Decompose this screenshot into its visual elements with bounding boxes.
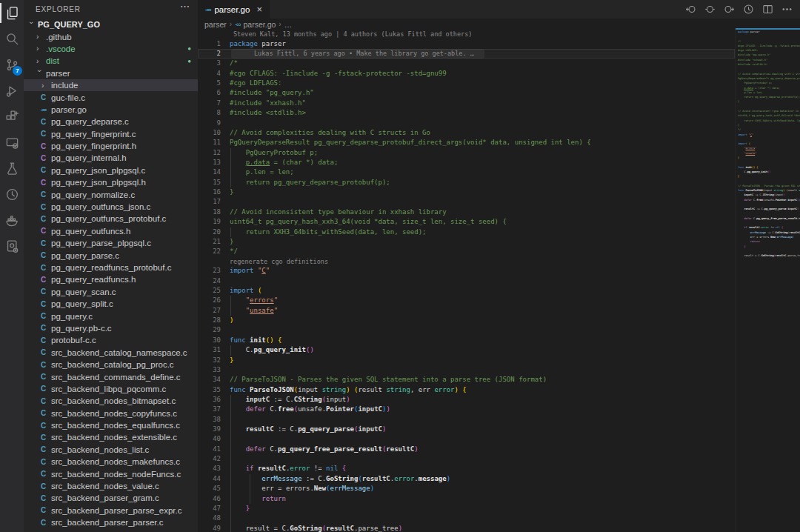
git-blame-codelens[interactable]: Steven Kalt, 13 months ago | 4 authors (… — [198, 30, 735, 39]
c-file-icon: C — [39, 385, 48, 393]
activity-run-debug-icon[interactable] — [0, 78, 24, 104]
tree-item-protobuf-c-c[interactable]: Cprotobuf-c.c — [24, 334, 198, 346]
minimap[interactable]: package parser/*#cgo CFLAGS: -Iinclude -… — [735, 28, 800, 532]
tree-item-pg-query-split-c[interactable]: Cpg_query_split.c — [24, 298, 198, 310]
tree-item-src-backend-nodes-list-c[interactable]: Csrc_backend_nodes_list.c — [24, 444, 198, 456]
tree-item-label: pg_query_scan.c — [51, 287, 116, 296]
chevron-right-icon: › — [36, 33, 43, 41]
tree-item-dist[interactable]: ›dist● — [24, 55, 198, 67]
tree-item-pg-query-outfuncs-json-c[interactable]: Cpg_query_outfuncs_json.c — [24, 201, 198, 213]
gutter-change-icon[interactable] — [704, 4, 716, 15]
c-file-icon: C — [39, 264, 48, 272]
tree-item-pg-query-deparse-c[interactable]: Cpg_query_deparse.c — [24, 116, 198, 127]
breadcrumb-symbol[interactable]: … — [284, 20, 293, 29]
tree-item-src-backend-nodes-value-c[interactable]: Csrc_backend_nodes_value.c — [24, 480, 198, 492]
code-line-25: 25import ( — [198, 286, 735, 296]
tree-item-pg-query-parse-plpgsql-c[interactable]: Cpg_query_parse_plpgsql.c — [24, 237, 198, 249]
tree-item-label: pg_query_normalize.c — [51, 190, 135, 199]
code-line-23: 23import "C" — [198, 266, 735, 276]
tree-item-parser[interactable]: ›parser — [24, 67, 198, 79]
chevron-down-icon: › — [27, 21, 36, 28]
code-editor[interactable]: Steven Kalt, 13 months ago | 4 authors (… — [198, 30, 735, 532]
tree-item-label: src_backend_parser_parse_expr.c — [51, 506, 181, 515]
tree-item-label: pg_query.c — [51, 312, 93, 321]
tree-item-pg-query-outfuncs-h[interactable]: Cpg_query_outfuncs.h — [24, 225, 198, 237]
c-file-icon: C — [39, 422, 48, 430]
line-number: 32 — [198, 356, 221, 365]
tree-item-src-backend-nodes-equalfuncs-c[interactable]: Csrc_backend_nodes_equalfuncs.c — [24, 419, 198, 431]
split-editor-icon[interactable] — [762, 4, 773, 15]
tab-parser-go[interactable]: -∞ parser.go × — [198, 0, 270, 19]
activity-file-settings-icon[interactable] — [0, 233, 24, 259]
tree-item-label: pg_query_deparse.c — [51, 117, 129, 126]
tree-item--vscode[interactable]: ›.vscode● — [24, 43, 198, 55]
tree-item-pg-query-fingerprint-h[interactable]: Cpg_query_fingerprint.h — [24, 140, 198, 152]
tree-item-pg-query-json-plpgsql-c[interactable]: Cpg_query_json_plpgsql.c — [24, 164, 198, 176]
tree-item-src-backend-nodes-bitmapset-c[interactable]: Csrc_backend_nodes_bitmapset.c — [24, 395, 198, 407]
activity-testing-icon[interactable] — [0, 156, 24, 182]
c-file-icon: C — [39, 506, 48, 514]
regenerate-cgo-codelens[interactable]: regenerate cgo definitions — [198, 257, 735, 267]
tree-item--github[interactable]: ›.github — [24, 30, 198, 42]
line-number: 10 — [198, 128, 221, 138]
c-header-file-icon: C — [39, 142, 48, 150]
tree-item-pg-query-json-plpgsql-h[interactable]: Cpg_query_json_plpgsql.h — [24, 176, 198, 188]
activity-explorer-icon[interactable] — [0, 0, 24, 26]
tab-close-icon[interactable]: × — [256, 4, 262, 15]
tree-item-include[interactable]: ›include — [24, 79, 198, 91]
tree-item-pg-query-internal-h[interactable]: Cpg_query_internal.h — [24, 152, 198, 164]
tree-item-pg-query-fingerprint-c[interactable]: Cpg_query_fingerprint.c — [24, 128, 198, 140]
tree-item-pg-query-outfuncs-protobuf-c[interactable]: Cpg_query_outfuncs_protobuf.c — [24, 213, 198, 225]
activity-file-history-icon[interactable] — [0, 182, 24, 207]
tree-item-src-backend-parser-parser-c[interactable]: Csrc_backend_parser_parser.c — [24, 516, 198, 528]
next-change-icon[interactable] — [724, 4, 735, 15]
tree-item-guc-file-c[interactable]: Cguc-file.c — [24, 91, 198, 103]
tree-item-src-backend-nodes-nodefuncs-c[interactable]: Csrc_backend_nodes_nodeFuncs.c — [24, 468, 198, 479]
activity-source-control-icon[interactable]: 7 — [0, 52, 24, 78]
tree-item-pg-query-parse-c[interactable]: Cpg_query_parse.c — [24, 249, 198, 261]
c-header-file-icon: C — [39, 179, 48, 187]
activity-remote-explorer-icon[interactable] — [0, 130, 24, 156]
code-line-13: 13 p.data = (char *) data; — [198, 158, 735, 167]
activity-extensions-icon[interactable] — [0, 104, 24, 130]
code-line-33: 33 — [198, 365, 735, 375]
activity-search-icon[interactable] — [0, 26, 24, 52]
previous-change-icon[interactable] — [685, 4, 696, 15]
tree-item-pg-query-c[interactable]: Cpg_query.c — [24, 310, 198, 322]
tree-item-pg-query-readfuncs-h[interactable]: Cpg_query_readfuncs.h — [24, 273, 198, 285]
more-actions-icon[interactable] — [781, 4, 793, 15]
tree-item-pg-query-scan-c[interactable]: Cpg_query_scan.c — [24, 286, 198, 298]
tree-item-src-backend-catalog-pg-proc-c[interactable]: Csrc_backend_catalog_pg_proc.c — [24, 359, 198, 370]
breadcrumb-folder[interactable]: parser — [204, 20, 227, 29]
code-line-42: 42 — [198, 454, 735, 464]
file-history-icon[interactable] — [743, 4, 754, 15]
tree-item-src-backend-parser-parse-expr-c[interactable]: Csrc_backend_parser_parse_expr.c — [24, 505, 198, 516]
breadcrumb-file[interactable]: parser.go — [244, 20, 276, 29]
tree-item-label: pg_query_outfuncs_protobuf.c — [51, 214, 166, 223]
tree-item-src-backend-nodes-extensible-c[interactable]: Csrc_backend_nodes_extensible.c — [24, 431, 198, 443]
code-line-3: 3/* — [198, 59, 735, 68]
tree-item-parser-go[interactable]: -∞parser.go — [24, 104, 198, 116]
sidebar-more-actions-icon[interactable]: ⋯ — [180, 1, 190, 12]
go-file-icon: -∞ — [205, 6, 210, 13]
tree-item-src-backend-commands-define-c[interactable]: Csrc_backend_commands_define.c — [24, 370, 198, 382]
tree-item-src-backend-nodes-makefuncs-c[interactable]: Csrc_backend_nodes_makefuncs.c — [24, 456, 198, 468]
git-status-dot-icon: ● — [187, 45, 191, 52]
breadcrumb-separator: › — [279, 20, 281, 28]
tree-root-pg-query-go[interactable]: ›PG_QUERY_GO — [24, 19, 198, 30]
line-number: 5 — [198, 79, 221, 88]
tree-item-src-backend-parser-gram-c[interactable]: Csrc_backend_parser_gram.c — [24, 492, 198, 504]
line-number: 39 — [198, 425, 221, 434]
tree-item-pg-query-pb-c-c[interactable]: Cpg_query.pb-c.c — [24, 322, 198, 334]
tree-root-label: PG_QUERY_GO — [38, 20, 100, 29]
tree-item-pg-query-normalize-c[interactable]: Cpg_query_normalize.c — [24, 188, 198, 200]
tree-item-label: pg_query_readfuncs.h — [51, 275, 136, 284]
tree-item-src-backend-libpq-pqcomm-c[interactable]: Csrc_backend_libpq_pqcomm.c — [24, 383, 198, 395]
code-line-32: 32} — [198, 356, 735, 365]
activity-docker-icon[interactable] — [0, 207, 24, 233]
tree-item-pg-query-readfuncs-protobuf-c[interactable]: Cpg_query_readfuncs_protobuf.c — [24, 262, 198, 273]
tree-item-src-backend-catalog-namespace-c[interactable]: Csrc_backend_catalog_namespace.c — [24, 347, 198, 359]
c-file-icon: C — [39, 470, 48, 478]
c-file-icon: C — [39, 239, 48, 247]
tree-item-src-backend-nodes-copyfuncs-c[interactable]: Csrc_backend_nodes_copyfuncs.c — [24, 408, 198, 419]
